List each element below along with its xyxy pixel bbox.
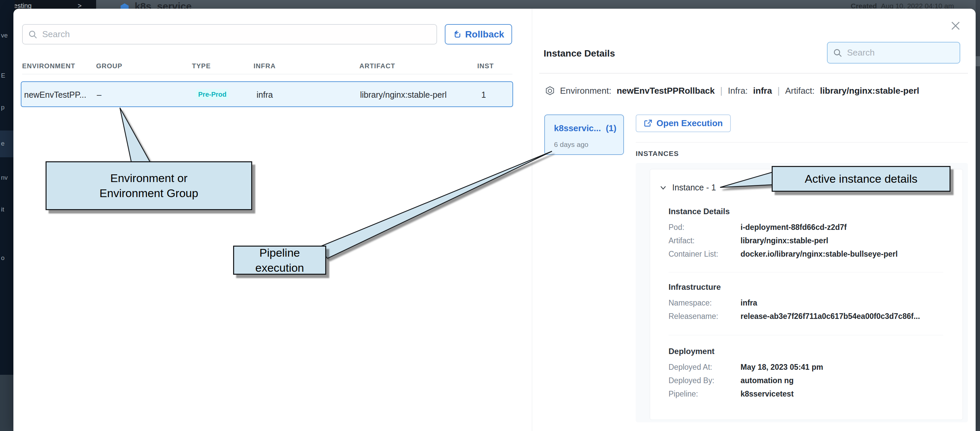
close-icon <box>951 21 961 31</box>
sidebar-item-fragment: nv <box>1 174 8 181</box>
sidebar-item-fragment: o <box>1 254 5 261</box>
column-header-artifact: ARTIFACT <box>360 62 395 70</box>
right-panel-divider <box>539 73 968 74</box>
close-button[interactable] <box>949 19 962 32</box>
environment-icon <box>545 86 555 95</box>
detail-value: i-deployment-88fd66cd-z2d7f <box>741 223 847 232</box>
preprod-badge: Pre-Prod <box>196 89 229 100</box>
cell-inst: 1 <box>481 90 486 100</box>
sidebar-item-fragment: p <box>1 104 5 111</box>
detail-label: Artifact: <box>668 236 741 245</box>
detail-row-container-list: Container List: docker.io/library/nginx:… <box>668 250 897 259</box>
search-icon <box>833 48 842 57</box>
column-header-inst: INST <box>477 62 494 70</box>
external-link-icon <box>644 119 652 128</box>
detail-value: May 18, 2023 05:41 pm <box>741 363 823 372</box>
instance-accordion-header[interactable]: Instance - 1 <box>659 183 716 192</box>
screen: H-Testing > k8s_service CreatedAug 10, 2… <box>0 0 980 431</box>
instances-section-label: INSTANCES <box>636 150 679 158</box>
environment-search-box[interactable] <box>22 24 437 44</box>
sidebar-item-fragment: ve <box>1 32 8 39</box>
page-scrollbar[interactable] <box>976 0 980 431</box>
callout-environment: Environment or Environment Group <box>46 161 252 210</box>
callout-text: Active instance details <box>805 171 917 186</box>
cell-infra: infra <box>256 90 273 100</box>
artifact-label: Artifact: <box>785 86 815 96</box>
callout-pipeline-execution: Pipeline execution <box>233 246 326 275</box>
section-divider <box>668 272 943 273</box>
sidebar-item-fragment: E <box>1 72 5 79</box>
rollback-button[interactable]: Rollback <box>445 24 512 44</box>
instance-search-box[interactable] <box>827 42 960 63</box>
callout-text: Environment or <box>110 171 188 186</box>
detail-row-pipeline: Pipeline: k8sservicetest <box>668 390 794 399</box>
column-header-group: GROUP <box>96 62 122 70</box>
execution-name: k8sservic... (1) <box>554 123 616 133</box>
separator: | <box>720 86 722 96</box>
section-heading-infrastructure: Infrastructure <box>668 282 721 292</box>
detail-label: Pipeline: <box>668 390 741 399</box>
separator: | <box>777 86 780 96</box>
column-header-environment: ENVIRONMENT <box>22 62 75 70</box>
column-header-type: TYPE <box>192 62 211 70</box>
artifact-value: library/nginx:stable-perl <box>820 86 919 96</box>
open-execution-button[interactable]: Open Execution <box>636 114 731 132</box>
section-heading-deployment: Deployment <box>668 347 714 356</box>
detail-label: Namespace: <box>668 298 741 307</box>
search-input[interactable] <box>42 29 369 40</box>
page-sidebar: ve E p e nv it o <box>0 0 15 431</box>
callout-text: Environment Group <box>99 186 198 201</box>
instances-divider <box>636 142 968 143</box>
detail-label: Container List: <box>668 250 741 259</box>
detail-value: docker.io/library/nginx:stable-bullseye-… <box>741 250 897 259</box>
sidebar-item-fragment: it <box>1 206 4 213</box>
detail-row-pod: Pod: i-deployment-88fd66cd-z2d7f <box>668 223 847 232</box>
open-execution-label: Open Execution <box>657 118 723 128</box>
detail-row-releasename: Releasename: release-ab3e7f26f711a0c617b… <box>668 312 920 321</box>
environment-value: newEnvTestPPRollback <box>617 86 715 96</box>
detail-row-deployed-by: Deployed By: automation ng <box>668 376 794 385</box>
detail-row-deployed-at: Deployed At: May 18, 2023 05:41 pm <box>668 363 823 372</box>
detail-label: Releasename: <box>668 312 741 321</box>
sidebar-item-fragment: e <box>1 140 5 147</box>
search-icon <box>28 30 38 39</box>
cell-group: – <box>97 90 102 100</box>
detail-row-namespace: Namespace: infra <box>668 298 757 307</box>
detail-label: Pod: <box>668 223 741 232</box>
callout-text: Pipeline execution <box>234 245 325 276</box>
detail-row-artifact: Artifact: library/nginx:stable-perl <box>668 236 828 245</box>
instance-card: Instance - 1 Instance Details Pod: i-dep… <box>650 169 963 420</box>
deployment-summary: Environment: newEnvTestPPRollback | Infr… <box>545 86 920 96</box>
column-header-infra: INFRA <box>253 62 276 70</box>
instance-title: Instance - 1 <box>672 183 716 192</box>
detail-label: Deployed At: <box>668 363 741 372</box>
table-row-environment[interactable]: newEnvTestPP... – Pre-Prod infra library… <box>21 81 513 107</box>
pipeline-execution-card[interactable]: k8sservic... (1) 6 days ago <box>544 114 624 155</box>
search-input[interactable] <box>847 48 948 58</box>
rollback-icon <box>453 30 462 39</box>
sidebar-footer-block <box>0 375 15 431</box>
infra-label: Infra: <box>728 86 748 96</box>
cell-environment: newEnvTestPP... <box>24 90 86 100</box>
chevron-down-icon <box>659 184 667 192</box>
panel-divider <box>532 9 532 431</box>
callout-active-instance: Active instance details <box>772 166 951 192</box>
environment-label: Environment: <box>560 86 611 96</box>
detail-value: release-ab3e7f26f711a0c617b54ea00f0c3d7c… <box>741 312 920 321</box>
detail-value: infra <box>741 298 757 307</box>
instance-details-title: Instance Details <box>544 48 615 59</box>
cell-artifact: library/nginx:stable-perl <box>360 90 447 100</box>
section-divider <box>668 335 943 335</box>
detail-value: library/nginx:stable-perl <box>741 236 828 245</box>
scrollbar-thumb[interactable] <box>976 56 980 66</box>
detail-label: Deployed By: <box>668 376 741 385</box>
detail-value: k8sservicetest <box>741 390 794 399</box>
detail-value: automation ng <box>741 376 794 385</box>
execution-time: 6 days ago <box>554 141 589 149</box>
section-heading-instance-details: Instance Details <box>668 207 730 216</box>
rollback-label: Rollback <box>465 29 504 40</box>
infra-value: infra <box>753 86 772 96</box>
